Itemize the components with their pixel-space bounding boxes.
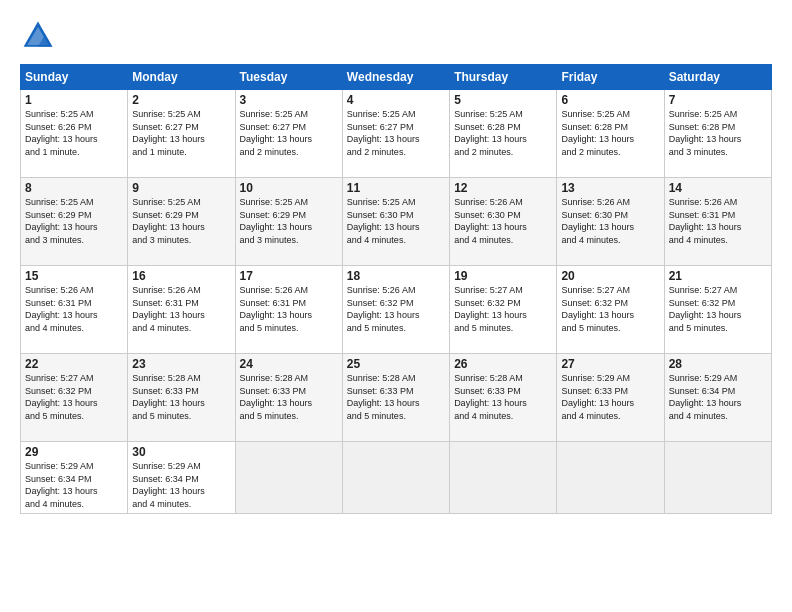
calendar-cell: 1Sunrise: 5:25 AMSunset: 6:26 PMDaylight…: [21, 90, 128, 178]
day-info: Sunrise: 5:29 AMSunset: 6:34 PMDaylight:…: [25, 460, 123, 510]
calendar-cell: 23Sunrise: 5:28 AMSunset: 6:33 PMDayligh…: [128, 354, 235, 442]
calendar-cell: 29Sunrise: 5:29 AMSunset: 6:34 PMDayligh…: [21, 442, 128, 514]
weekday-sunday: Sunday: [21, 65, 128, 90]
day-info: Sunrise: 5:27 AMSunset: 6:32 PMDaylight:…: [561, 284, 659, 334]
logo-icon: [20, 18, 56, 54]
page: SundayMondayTuesdayWednesdayThursdayFrid…: [0, 0, 792, 612]
day-info: Sunrise: 5:28 AMSunset: 6:33 PMDaylight:…: [454, 372, 552, 422]
day-number: 6: [561, 93, 659, 107]
weekday-header-row: SundayMondayTuesdayWednesdayThursdayFrid…: [21, 65, 772, 90]
day-number: 16: [132, 269, 230, 283]
day-info: Sunrise: 5:28 AMSunset: 6:33 PMDaylight:…: [347, 372, 445, 422]
day-info: Sunrise: 5:26 AMSunset: 6:32 PMDaylight:…: [347, 284, 445, 334]
logo: [20, 18, 62, 54]
day-info: Sunrise: 5:25 AMSunset: 6:27 PMDaylight:…: [132, 108, 230, 158]
calendar-cell: 25Sunrise: 5:28 AMSunset: 6:33 PMDayligh…: [342, 354, 449, 442]
calendar-cell: 22Sunrise: 5:27 AMSunset: 6:32 PMDayligh…: [21, 354, 128, 442]
day-number: 24: [240, 357, 338, 371]
weekday-tuesday: Tuesday: [235, 65, 342, 90]
day-number: 19: [454, 269, 552, 283]
calendar-cell: 30Sunrise: 5:29 AMSunset: 6:34 PMDayligh…: [128, 442, 235, 514]
day-info: Sunrise: 5:26 AMSunset: 6:31 PMDaylight:…: [25, 284, 123, 334]
weekday-thursday: Thursday: [450, 65, 557, 90]
day-info: Sunrise: 5:25 AMSunset: 6:27 PMDaylight:…: [347, 108, 445, 158]
day-number: 5: [454, 93, 552, 107]
calendar-cell: 19Sunrise: 5:27 AMSunset: 6:32 PMDayligh…: [450, 266, 557, 354]
day-info: Sunrise: 5:26 AMSunset: 6:31 PMDaylight:…: [669, 196, 767, 246]
calendar-cell: [450, 442, 557, 514]
day-number: 7: [669, 93, 767, 107]
day-number: 13: [561, 181, 659, 195]
day-info: Sunrise: 5:29 AMSunset: 6:33 PMDaylight:…: [561, 372, 659, 422]
day-info: Sunrise: 5:27 AMSunset: 6:32 PMDaylight:…: [669, 284, 767, 334]
day-info: Sunrise: 5:25 AMSunset: 6:28 PMDaylight:…: [561, 108, 659, 158]
calendar-cell: 9Sunrise: 5:25 AMSunset: 6:29 PMDaylight…: [128, 178, 235, 266]
day-info: Sunrise: 5:25 AMSunset: 6:29 PMDaylight:…: [240, 196, 338, 246]
day-number: 29: [25, 445, 123, 459]
weekday-saturday: Saturday: [664, 65, 771, 90]
day-number: 11: [347, 181, 445, 195]
calendar-cell: 12Sunrise: 5:26 AMSunset: 6:30 PMDayligh…: [450, 178, 557, 266]
calendar-cell: 26Sunrise: 5:28 AMSunset: 6:33 PMDayligh…: [450, 354, 557, 442]
calendar-cell: 18Sunrise: 5:26 AMSunset: 6:32 PMDayligh…: [342, 266, 449, 354]
calendar-cell: [342, 442, 449, 514]
weekday-friday: Friday: [557, 65, 664, 90]
calendar-cell: 20Sunrise: 5:27 AMSunset: 6:32 PMDayligh…: [557, 266, 664, 354]
day-number: 20: [561, 269, 659, 283]
day-number: 26: [454, 357, 552, 371]
day-number: 15: [25, 269, 123, 283]
day-number: 22: [25, 357, 123, 371]
calendar-cell: 7Sunrise: 5:25 AMSunset: 6:28 PMDaylight…: [664, 90, 771, 178]
day-info: Sunrise: 5:25 AMSunset: 6:28 PMDaylight:…: [454, 108, 552, 158]
calendar-cell: 2Sunrise: 5:25 AMSunset: 6:27 PMDaylight…: [128, 90, 235, 178]
calendar-cell: 15Sunrise: 5:26 AMSunset: 6:31 PMDayligh…: [21, 266, 128, 354]
day-number: 18: [347, 269, 445, 283]
day-info: Sunrise: 5:25 AMSunset: 6:28 PMDaylight:…: [669, 108, 767, 158]
day-number: 3: [240, 93, 338, 107]
calendar-cell: 16Sunrise: 5:26 AMSunset: 6:31 PMDayligh…: [128, 266, 235, 354]
calendar-cell: [557, 442, 664, 514]
calendar-cell: [664, 442, 771, 514]
day-number: 1: [25, 93, 123, 107]
calendar-cell: 28Sunrise: 5:29 AMSunset: 6:34 PMDayligh…: [664, 354, 771, 442]
day-number: 12: [454, 181, 552, 195]
weekday-monday: Monday: [128, 65, 235, 90]
day-number: 23: [132, 357, 230, 371]
day-info: Sunrise: 5:27 AMSunset: 6:32 PMDaylight:…: [25, 372, 123, 422]
day-info: Sunrise: 5:25 AMSunset: 6:30 PMDaylight:…: [347, 196, 445, 246]
day-info: Sunrise: 5:25 AMSunset: 6:26 PMDaylight:…: [25, 108, 123, 158]
calendar-cell: 6Sunrise: 5:25 AMSunset: 6:28 PMDaylight…: [557, 90, 664, 178]
calendar-cell: 3Sunrise: 5:25 AMSunset: 6:27 PMDaylight…: [235, 90, 342, 178]
day-info: Sunrise: 5:28 AMSunset: 6:33 PMDaylight:…: [132, 372, 230, 422]
day-number: 4: [347, 93, 445, 107]
day-info: Sunrise: 5:26 AMSunset: 6:31 PMDaylight:…: [240, 284, 338, 334]
calendar-cell: [235, 442, 342, 514]
weekday-wednesday: Wednesday: [342, 65, 449, 90]
calendar-cell: 5Sunrise: 5:25 AMSunset: 6:28 PMDaylight…: [450, 90, 557, 178]
calendar-cell: 4Sunrise: 5:25 AMSunset: 6:27 PMDaylight…: [342, 90, 449, 178]
day-number: 9: [132, 181, 230, 195]
day-number: 14: [669, 181, 767, 195]
day-info: Sunrise: 5:29 AMSunset: 6:34 PMDaylight:…: [669, 372, 767, 422]
day-info: Sunrise: 5:26 AMSunset: 6:31 PMDaylight:…: [132, 284, 230, 334]
calendar-cell: 17Sunrise: 5:26 AMSunset: 6:31 PMDayligh…: [235, 266, 342, 354]
day-info: Sunrise: 5:25 AMSunset: 6:27 PMDaylight:…: [240, 108, 338, 158]
day-number: 8: [25, 181, 123, 195]
day-info: Sunrise: 5:29 AMSunset: 6:34 PMDaylight:…: [132, 460, 230, 510]
calendar-cell: 13Sunrise: 5:26 AMSunset: 6:30 PMDayligh…: [557, 178, 664, 266]
day-number: 27: [561, 357, 659, 371]
calendar-cell: 14Sunrise: 5:26 AMSunset: 6:31 PMDayligh…: [664, 178, 771, 266]
calendar-cell: 11Sunrise: 5:25 AMSunset: 6:30 PMDayligh…: [342, 178, 449, 266]
calendar-cell: 21Sunrise: 5:27 AMSunset: 6:32 PMDayligh…: [664, 266, 771, 354]
calendar-cell: 24Sunrise: 5:28 AMSunset: 6:33 PMDayligh…: [235, 354, 342, 442]
day-info: Sunrise: 5:26 AMSunset: 6:30 PMDaylight:…: [454, 196, 552, 246]
day-number: 21: [669, 269, 767, 283]
day-info: Sunrise: 5:25 AMSunset: 6:29 PMDaylight:…: [132, 196, 230, 246]
day-number: 30: [132, 445, 230, 459]
calendar: SundayMondayTuesdayWednesdayThursdayFrid…: [20, 64, 772, 514]
calendar-cell: 8Sunrise: 5:25 AMSunset: 6:29 PMDaylight…: [21, 178, 128, 266]
calendar-cell: 10Sunrise: 5:25 AMSunset: 6:29 PMDayligh…: [235, 178, 342, 266]
day-info: Sunrise: 5:25 AMSunset: 6:29 PMDaylight:…: [25, 196, 123, 246]
day-number: 2: [132, 93, 230, 107]
day-info: Sunrise: 5:27 AMSunset: 6:32 PMDaylight:…: [454, 284, 552, 334]
